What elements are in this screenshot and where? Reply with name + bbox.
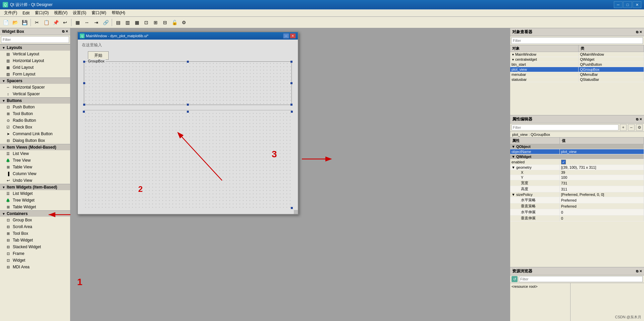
prop-row-geometry[interactable]: ▼ geometry [(39, 100), 731 x 311]: [510, 165, 644, 170]
tb-break-layout[interactable]: 🔓: [170, 18, 179, 27]
tb-paste[interactable]: 📌: [51, 18, 60, 27]
prop-row-width[interactable]: 宽度 731: [510, 180, 644, 186]
menu-settings[interactable]: 设置(S): [70, 9, 89, 16]
obj-inspector-filter-input[interactable]: [511, 37, 643, 44]
menu-window[interactable]: 窗口(O): [32, 9, 51, 16]
category-item-widgets[interactable]: ▼ Item Widgets (Item-Based): [0, 184, 70, 190]
widget-stacked-widget[interactable]: ⊟ Stacked Widget: [0, 244, 70, 250]
prop-row-vpolicy[interactable]: 垂直策略 Preferred: [510, 203, 644, 209]
widget-tool-box[interactable]: ⊞ Tool Box: [0, 230, 70, 237]
tb-layout3[interactable]: ▦: [132, 18, 141, 27]
designer-minimize[interactable]: ─: [283, 33, 289, 39]
obj-row-plot-view[interactable]: plot_view QGroupBox: [510, 67, 644, 72]
res-filter-input[interactable]: [519, 276, 643, 282]
widget-vertical-spacer[interactable]: ↕ Vertical Spacer: [0, 91, 70, 97]
tb-adjust[interactable]: ⚙: [179, 18, 188, 27]
widget-undo-view[interactable]: ↩ Undo View: [0, 177, 70, 184]
widget-tree-widget[interactable]: 🌲 Tree Widget: [0, 197, 70, 204]
designer-close[interactable]: ✕: [290, 33, 296, 39]
tb-undo[interactable]: ↩: [61, 18, 69, 27]
tb-layout6[interactable]: ⊟: [161, 18, 169, 27]
tb-widget-editor[interactable]: ▦: [73, 18, 82, 27]
widget-horizontal-spacer[interactable]: ↔ Horizontal Spacer: [0, 84, 70, 91]
prop-row-x[interactable]: X 39: [510, 170, 644, 175]
menu-view[interactable]: 视图(V): [51, 9, 70, 16]
start-button[interactable]: 开始: [88, 51, 109, 60]
tb-layout4[interactable]: ⊡: [142, 18, 151, 27]
prop-row-y[interactable]: Y 100: [510, 175, 644, 180]
widget-list-widget[interactable]: ☰ List Widget: [0, 190, 70, 197]
prop-row-enabled[interactable]: enabled ✓: [510, 159, 644, 165]
widget-horizontal-layout[interactable]: ▥ Horizontal Layout: [0, 57, 70, 64]
tb-save[interactable]: 💾: [20, 18, 29, 27]
widget-vertical-layout[interactable]: ▤ Vertical Layout: [0, 51, 70, 57]
widget-push-button[interactable]: ⊡ Push Button: [0, 104, 70, 110]
maximize-button[interactable]: □: [623, 1, 632, 8]
prop-remove-btn[interactable]: –: [628, 124, 635, 131]
widget-box-filter-input[interactable]: [1, 36, 69, 43]
tb-open[interactable]: 📂: [11, 18, 19, 27]
category-item-views[interactable]: ▼ Item Views (Model-Based): [0, 144, 70, 150]
designer-content[interactable]: 在这里输入 开始 GroupBox: [78, 40, 298, 214]
obj-row-centralwidget[interactable]: ▼centralwidget QWidget: [510, 57, 644, 62]
minimize-button[interactable]: ─: [614, 1, 623, 8]
widget-dialog-button-box[interactable]: ⊟ Dialog Button Box: [0, 137, 70, 144]
prop-row-vstretch[interactable]: 垂直伸展 0: [510, 215, 644, 221]
widget-scroll-area[interactable]: ⊟ Scroll Area: [0, 223, 70, 230]
widget-grid-layout[interactable]: ▦ Grid Layout: [0, 64, 70, 71]
category-spacers[interactable]: ▼ Spacers: [0, 77, 70, 84]
widget-radio-button[interactable]: ⊙ Radio Button: [0, 117, 70, 124]
prop-row-hpolicy[interactable]: 水平策略 Preferred: [510, 197, 644, 203]
widget-form-layout[interactable]: ▧ Form Layout: [0, 71, 70, 77]
widget-command-link-button[interactable]: ➤ Command Link Button: [0, 130, 70, 137]
prop-filter-input[interactable]: [512, 124, 619, 130]
widget-tab-widget[interactable]: ⊟ Tab Widget: [0, 237, 70, 244]
category-containers[interactable]: ▼ Containers: [0, 210, 70, 217]
prop-add-btn[interactable]: +: [620, 124, 627, 131]
resize-handle[interactable]: [294, 210, 298, 214]
menu-help[interactable]: 帮助(H): [109, 9, 128, 16]
prop-row-hstretch[interactable]: 水平伸展 0: [510, 209, 644, 215]
category-layouts[interactable]: ▼ Layouts: [0, 44, 70, 51]
tb-layout5[interactable]: ⊞: [151, 18, 160, 27]
widget-check-box[interactable]: ☑ Check Box: [0, 124, 70, 130]
widget-box-close-btn[interactable]: ✕: [65, 30, 68, 34]
category-buttons[interactable]: ▼ Buttons: [0, 97, 70, 104]
widget-frame[interactable]: ⊡ Frame: [0, 250, 70, 257]
prop-editor-close[interactable]: ✕: [639, 117, 642, 121]
tb-layout2[interactable]: ▥: [123, 18, 132, 27]
prop-row-sizepolicy[interactable]: ▼ sizePolicy [Preferred, Preferred, 0, 0…: [510, 192, 644, 197]
prop-configure-btn[interactable]: ⚙: [636, 124, 643, 131]
prop-row-objectname[interactable]: objectName plot_view: [510, 149, 644, 154]
obj-row-btn-start[interactable]: btn_start QPushButton: [510, 62, 644, 67]
widget-group-box[interactable]: ⊡ Group Box: [0, 217, 70, 223]
widget-box-float-btn[interactable]: ⧉: [62, 30, 64, 34]
resource-browser-close[interactable]: ✕: [639, 269, 642, 273]
widget-column-view[interactable]: ▐ Column View: [0, 170, 70, 177]
widget-tree-view[interactable]: 🌲 Tree View: [0, 157, 70, 164]
obj-row-mainwindow[interactable]: ▼MainWindow QMainWindow: [510, 52, 644, 57]
menu-file[interactable]: 文件(F): [1, 9, 20, 16]
obj-inspector-close[interactable]: ✕: [639, 30, 642, 34]
widget-mdi-area[interactable]: ⊟ MDI Area: [0, 264, 70, 270]
obj-inspector-float[interactable]: ⧉: [636, 30, 638, 34]
widget-list-view[interactable]: ☰ List View: [0, 150, 70, 157]
tb-signal-slot[interactable]: ↔: [83, 18, 91, 27]
tb-copy[interactable]: 📋: [42, 18, 51, 27]
menu-windows[interactable]: 窗口(W): [89, 9, 109, 16]
enabled-checkbox[interactable]: ✓: [561, 160, 566, 164]
obj-row-statusbar[interactable]: statusbar QStatusBar: [510, 77, 644, 82]
widget-widget[interactable]: ⊡ Widget: [0, 257, 70, 264]
close-button[interactable]: ✕: [633, 1, 641, 8]
resource-browser-float[interactable]: ⧉: [636, 269, 638, 273]
tb-buddy[interactable]: 🔗: [101, 18, 110, 27]
widget-tool-button[interactable]: ⊞ Tool Button: [0, 110, 70, 117]
tb-cut[interactable]: ✂: [33, 18, 41, 27]
widget-table-widget[interactable]: ⊞ Table Widget: [0, 204, 70, 210]
tb-tab-order[interactable]: ⇥: [92, 18, 101, 27]
prop-row-height[interactable]: 高度 311: [510, 186, 644, 192]
tb-layout1[interactable]: ▤: [114, 18, 122, 27]
res-refresh-btn[interactable]: ↺: [512, 276, 518, 282]
obj-row-menubar[interactable]: menubar QMenuBar: [510, 72, 644, 77]
menu-edit[interactable]: Edit: [20, 10, 32, 16]
